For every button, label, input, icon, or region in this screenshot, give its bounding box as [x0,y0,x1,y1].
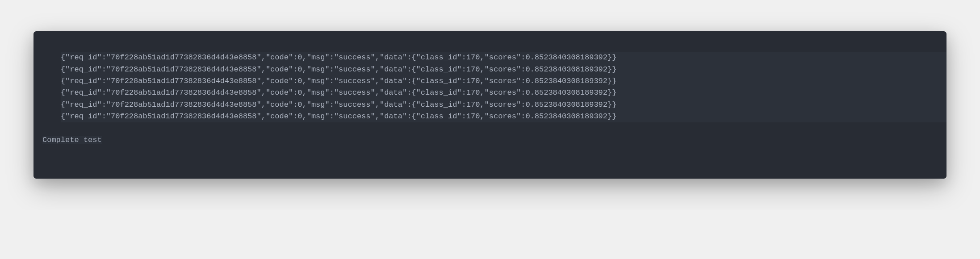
terminal-output: {"req_id":"70f228ab51ad1d77382836d4d43e8… [42,40,938,170]
output-line: {"req_id":"70f228ab51ad1d77382836d4d43e8… [61,99,946,111]
output-line: {"req_id":"70f228ab51ad1d77382836d4d43e8… [61,64,946,75]
output-line: Complete test [42,134,938,146]
output-line: {"req_id":"70f228ab51ad1d77382836d4d43e8… [61,75,946,87]
output-text: Complete test [42,136,102,144]
output-line: {"req_id":"70f228ab51ad1d77382836d4d43e8… [61,52,946,63]
output-line: {"req_id":"70f228ab51ad1d77382836d4d43e8… [61,111,946,122]
terminal-container: {"req_id":"70f228ab51ad1d77382836d4d43e8… [34,31,946,179]
output-line: {"req_id":"70f228ab51ad1d77382836d4d43e8… [61,87,946,99]
